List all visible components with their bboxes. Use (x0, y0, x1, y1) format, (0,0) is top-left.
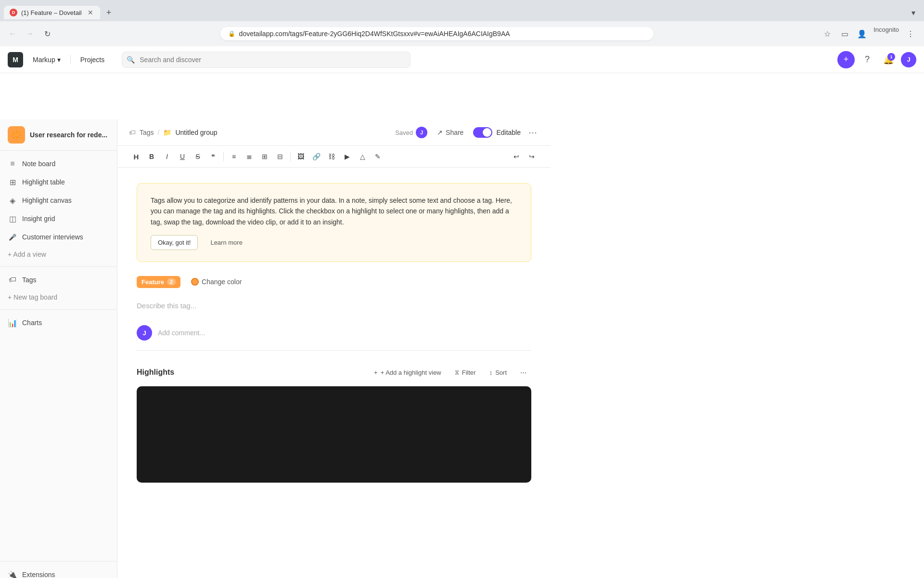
highlight-table-label: Highlight table (22, 178, 65, 186)
top-nav: M Markup ▾ Projects 🔍 + ? 🔔 1 J (0, 46, 924, 73)
note-board-icon: ≡ (8, 159, 17, 169)
content-area: 🏷 Tags / 📁 Untitled group Saved J ↗ Shar… (117, 119, 551, 578)
change-color-button[interactable]: Change color (186, 276, 246, 288)
tag-name: Feature (141, 278, 164, 286)
tool-bullet-list[interactable]: ≡ (227, 150, 241, 163)
highlight-canvas-label: Highlight canvas (22, 197, 72, 204)
workspace-name-text: Markup (33, 56, 55, 64)
insight-grid-icon: ◫ (8, 214, 17, 223)
tag-section: Feature 2 Change color (137, 276, 531, 288)
highlights-title: Highlights (137, 368, 174, 377)
user-avatar[interactable]: J (901, 52, 916, 67)
highlight-table-icon: ⊞ (8, 177, 17, 187)
editor-toolbar: H B I U S ❝ ≡ ≣ ⊞ ⊟ 🖼 🔗 ⛓ ▶ △ ✎ ↩ (117, 146, 551, 168)
breadcrumb: 🏷 Tags / 📁 Untitled group (129, 129, 218, 136)
saved-avatar: J (416, 127, 427, 138)
tool-image[interactable]: 🖼 (294, 150, 308, 163)
share-label: Share (446, 129, 463, 136)
active-tab[interactable]: D (1) Feature – Dovetail ✕ (4, 6, 100, 19)
sidebar-item-extensions[interactable]: 🔌 Extensions (0, 565, 117, 578)
project-name: User research for rede... (30, 131, 107, 139)
help-button[interactable]: ? (859, 51, 876, 68)
page-more-button[interactable]: ⋯ (526, 125, 539, 140)
tags-icon: 🏷 (8, 275, 17, 285)
toggle-knob (483, 128, 491, 137)
sidebar-item-insight-grid[interactable]: ◫ Insight grid (0, 210, 117, 228)
sidebar-item-charts[interactable]: 📊 Charts (0, 314, 117, 332)
forward-button[interactable]: → (23, 27, 37, 40)
notifications-button[interactable]: 🔔 1 (880, 51, 897, 68)
tool-ordered-list[interactable]: ≣ (242, 150, 257, 163)
customer-interviews-icon: 🎤 (8, 232, 17, 242)
redo-button[interactable]: ↪ (525, 150, 539, 163)
new-tab-button[interactable]: + (102, 6, 116, 19)
page-actions: Saved J ↗ Share Editable ⋯ (395, 125, 539, 140)
tab-close-button[interactable]: ✕ (87, 9, 94, 16)
search-input[interactable] (122, 52, 411, 68)
tool-pen[interactable]: ✎ (371, 150, 385, 163)
tab-title: (1) Feature – Dovetail (21, 9, 83, 16)
change-color-label: Change color (202, 278, 242, 286)
cast-icon[interactable]: ▭ (837, 26, 852, 41)
description-input[interactable]: Describe this tag... (137, 298, 531, 314)
new-tag-board-button[interactable]: + New tag board (0, 289, 117, 305)
tab-favicon: D (10, 9, 17, 16)
okay-got-it-button[interactable]: Okay, got it! (151, 235, 198, 250)
workspace-name-button[interactable]: Markup ▾ (29, 54, 64, 66)
tool-italic[interactable]: I (160, 150, 174, 163)
back-button[interactable]: ← (6, 27, 19, 40)
comment-input[interactable]: Add comment... (158, 329, 531, 337)
sidebar-item-customer-interviews[interactable]: 🎤 Customer interviews (0, 228, 117, 246)
editable-label: Editable (496, 129, 521, 136)
tool-heading[interactable]: H (129, 150, 143, 163)
projects-link[interactable]: Projects (77, 54, 109, 66)
tool-bold[interactable]: B (144, 150, 159, 163)
add-view-button[interactable]: + Add a view (0, 246, 117, 263)
tool-table[interactable]: ⊞ (257, 150, 272, 163)
bookmark-icon[interactable]: ☆ (820, 26, 835, 41)
sidebar-project: 🔆 User research for rede... (0, 119, 117, 151)
add-highlight-view-button[interactable]: + + Add a highlight view (369, 367, 446, 379)
highlights-more-button[interactable]: ⋯ (515, 367, 531, 379)
tool-align[interactable]: ⊟ (273, 150, 287, 163)
browser-more-icon[interactable]: ⋮ (903, 26, 918, 41)
plus-highlight-icon: + (374, 369, 378, 376)
sidebar-item-highlight-table[interactable]: ⊞ Highlight table (0, 173, 117, 191)
sort-icon: ↕ (489, 369, 493, 376)
share-button[interactable]: ↗ Share (433, 127, 467, 138)
create-button[interactable]: + (837, 51, 855, 68)
editable-toggle[interactable]: Editable (473, 127, 521, 138)
tool-underline[interactable]: U (175, 150, 190, 163)
add-view-label: + Add a view (8, 250, 46, 258)
address-actions: ☆ ▭ 👤 Incognito ⋮ (820, 26, 918, 41)
tool-link[interactable]: 🔗 (309, 150, 323, 163)
nav-divider (70, 55, 71, 65)
sidebar-item-highlight-canvas[interactable]: ◈ Highlight canvas (0, 191, 117, 210)
reload-button[interactable]: ↻ (40, 27, 54, 40)
tags-breadcrumb-link[interactable]: Tags (140, 129, 154, 136)
video-placeholder (137, 386, 531, 483)
sidebar-item-tags[interactable]: 🏷 Tags (0, 271, 117, 289)
filter-icon: ⧖ (455, 368, 459, 376)
highlight-canvas-icon: ◈ (8, 196, 17, 205)
tool-shape[interactable]: △ (355, 150, 370, 163)
toggle-switch[interactable] (473, 127, 492, 138)
browser-menu-icon[interactable]: ▾ (907, 6, 920, 19)
sidebar-item-note-board[interactable]: ≡ Note board (0, 155, 117, 173)
learn-more-button[interactable]: Learn more (204, 235, 249, 250)
sort-label: Sort (495, 369, 507, 376)
sort-button[interactable]: ↕ Sort (485, 367, 512, 379)
charts-icon: 📊 (8, 318, 17, 328)
lock-icon: 🔒 (228, 30, 235, 37)
profile-icon[interactable]: 👤 (854, 26, 870, 41)
tool-video[interactable]: ▶ (340, 150, 354, 163)
undo-button[interactable]: ↩ (509, 150, 524, 163)
filter-button[interactable]: ⧖ Filter (450, 366, 481, 379)
tool-strikethrough[interactable]: S (191, 150, 205, 163)
tool-unlink[interactable]: ⛓ (324, 150, 339, 163)
sidebar-bottom: 🔌 Extensions 🔔 Notifications ▾ ⚙ Setting… (0, 561, 117, 578)
tool-quote[interactable]: ❝ (206, 150, 220, 163)
highlights-header: Highlights + + Add a highlight view ⧖ Fi… (137, 366, 531, 379)
workspace-logo[interactable]: M (8, 52, 23, 67)
folder-breadcrumb-icon: 📁 (163, 129, 171, 136)
